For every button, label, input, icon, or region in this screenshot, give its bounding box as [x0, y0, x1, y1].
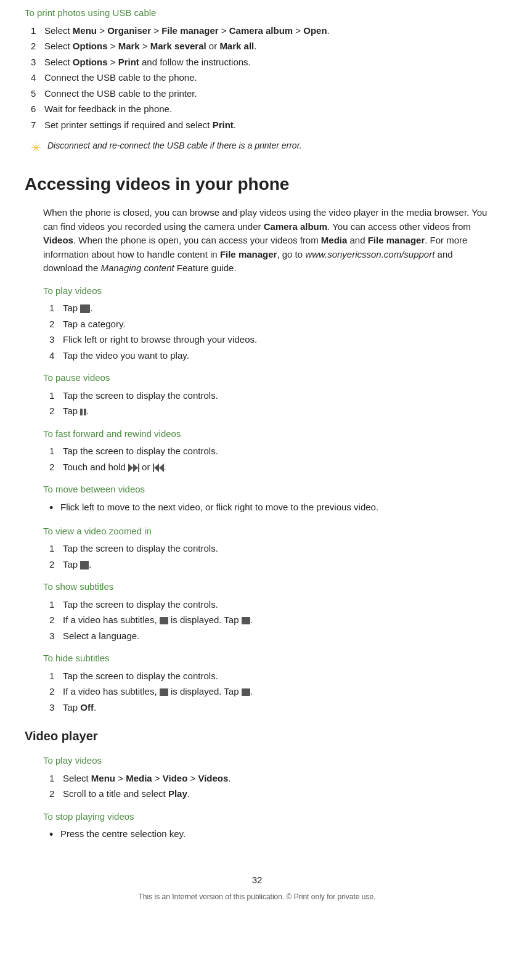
step-content: If a video has subtitles, is displayed. … [63, 613, 489, 627]
step-num: 1 [49, 301, 63, 316]
list-item: 6 Wait for feedback in the phone. [31, 102, 489, 116]
svg-rect-3 [153, 463, 154, 472]
play-videos-section: To play videos 1 Tap . 2 Tap a category.… [25, 284, 489, 363]
step-num: 2 [49, 685, 63, 699]
ff-icon [128, 463, 139, 472]
step-num: 1 [49, 598, 63, 612]
list-item: 3 Flick left or right to browse through … [43, 333, 489, 347]
list-item: 1 Tap the screen to display the controls… [43, 444, 489, 459]
step-content: Tap the screen to display the controls. [63, 444, 489, 459]
step-content: Set printer settings if required and sel… [44, 118, 489, 133]
list-item: 1 Tap the screen to display the controls… [43, 542, 489, 556]
ffwd-rewind-steps: 1 Tap the screen to display the controls… [25, 444, 489, 474]
list-item: 7 Set printer settings if required and s… [31, 118, 489, 133]
step-num: 2 [49, 317, 63, 332]
step-content: Scroll to a title and select Play. [63, 787, 489, 801]
list-item: 1 Select Menu > Media > Video > Videos. [43, 772, 489, 786]
step-num: 4 [31, 71, 44, 85]
step-content: Tap the screen to display the controls. [63, 542, 489, 556]
svg-marker-5 [159, 463, 164, 472]
step-content: Tap Off. [63, 701, 489, 715]
list-item: 4 Connect the USB cable to the phone. [31, 71, 489, 85]
ffwd-rewind-section: To fast forward and rewind videos 1 Tap … [25, 427, 489, 475]
step-content: Connect the USB cable to the phone. [44, 71, 489, 85]
step-content: Tap . [63, 301, 489, 316]
vp-play-heading: To play videos [25, 754, 489, 768]
show-subtitles-heading: To show subtitles [25, 580, 489, 594]
step-num: 1 [49, 389, 63, 403]
svg-marker-0 [128, 463, 133, 472]
pause-videos-heading: To pause videos [25, 371, 489, 385]
list-item: 1 Tap . [43, 301, 489, 316]
step-num: 1 [49, 772, 63, 786]
list-item: 3 Select Options > Print and follow the … [31, 55, 489, 70]
hide-subtitles-steps: 1 Tap the screen to display the controls… [25, 669, 489, 715]
pause-videos-steps: 1 Tap the screen to display the controls… [25, 389, 489, 419]
step-content: Tap . [63, 404, 489, 419]
list-item: 3 Tap Off. [43, 701, 489, 715]
move-between-bullets: • Flick left to move to the next video, … [25, 500, 489, 516]
step-num: 2 [49, 613, 63, 627]
svg-rect-2 [138, 463, 139, 472]
accessing-videos-body: When the phone is closed, you can browse… [25, 206, 489, 276]
list-item: • Flick left to move to the next video, … [43, 500, 489, 516]
bullet-content: Press the centre selection key. [60, 827, 489, 843]
step-content: Select Menu > Media > Video > Videos. [63, 772, 489, 786]
step-num: 2 [49, 404, 63, 419]
step-content: Tap a category. [63, 317, 489, 332]
step-content: Select a language. [63, 629, 489, 643]
step-num: 1 [49, 669, 63, 684]
list-item: 2 Tap . [43, 558, 489, 572]
step-num: 4 [49, 349, 63, 363]
list-item: 2 If a video has subtitles, is displayed… [43, 685, 489, 699]
step-num: 2 [49, 460, 63, 475]
step-content: Select Options > Print and follow the in… [44, 55, 489, 70]
move-between-videos-section: To move between videos • Flick left to m… [25, 483, 489, 516]
show-subtitles-steps: 1 Tap the screen to display the controls… [25, 598, 489, 643]
list-item: 2 Select Options > Mark > Mark several o… [31, 39, 489, 54]
svg-marker-4 [154, 463, 159, 472]
footer-text: This is an Internet version of this publ… [25, 891, 489, 902]
step-num: 2 [49, 558, 63, 572]
step-num: 2 [31, 39, 44, 54]
step-num: 2 [49, 787, 63, 801]
tip-icon: ✳ [31, 139, 41, 157]
step-content: Tap the video you want to play. [63, 349, 489, 363]
bullet-content: Flick left to move to the next video, or… [60, 500, 489, 516]
step-num: 1 [49, 444, 63, 459]
list-item: 1 Tap the screen to display the controls… [43, 389, 489, 403]
svg-marker-1 [133, 463, 138, 472]
zoomed-in-heading: To view a video zoomed in [25, 525, 489, 539]
play-videos-steps: 1 Tap . 2 Tap a category. 3 Flick left o… [25, 301, 489, 362]
step-content: Wait for feedback in the phone. [44, 102, 489, 116]
hide-subtitles-section: To hide subtitles 1 Tap the screen to di… [25, 651, 489, 714]
step-num: 1 [31, 24, 44, 38]
list-item: 2 Scroll to a title and select Play. [43, 787, 489, 801]
step-content: If a video has subtitles, is displayed. … [63, 685, 489, 699]
bullet-icon: • [49, 827, 60, 843]
rw-icon [153, 463, 164, 472]
vp-stop-section: To stop playing videos • Press the centr… [25, 810, 489, 843]
video-player-heading: Video player [25, 727, 489, 745]
tip-box: ✳ Disconnect and re-connect the USB cabl… [25, 139, 489, 157]
step-num: 7 [31, 118, 44, 133]
bullet-icon: • [49, 500, 60, 516]
print-steps-list: 1 Select Menu > Organiser > File manager… [31, 24, 489, 133]
zoomed-in-steps: 1 Tap the screen to display the controls… [25, 542, 489, 571]
list-item: 2 If a video has subtitles, is displayed… [43, 613, 489, 627]
list-item: 1 Tap the screen to display the controls… [43, 669, 489, 684]
step-num: 3 [31, 55, 44, 70]
step-num: 5 [31, 87, 44, 101]
accessing-videos-section: Accessing videos in your phone When the … [25, 171, 489, 714]
vp-play-section: To play videos 1 Select Menu > Media > V… [25, 754, 489, 801]
step-content: Select Menu > Organiser > File manager >… [44, 24, 489, 38]
move-between-heading: To move between videos [25, 483, 489, 497]
page-footer: 32 This is an Internet version of this p… [25, 867, 489, 902]
step-content: Tap the screen to display the controls. [63, 389, 489, 403]
top-section-title: To print photos using USB cable [25, 6, 489, 20]
pause-videos-section: To pause videos 1 Tap the screen to disp… [25, 371, 489, 419]
list-item: 2 Touch and hold or . [43, 460, 489, 475]
show-subtitles-section: To show subtitles 1 Tap the screen to di… [25, 580, 489, 643]
list-item: 2 Tap a category. [43, 317, 489, 332]
step-num: 6 [31, 102, 44, 116]
